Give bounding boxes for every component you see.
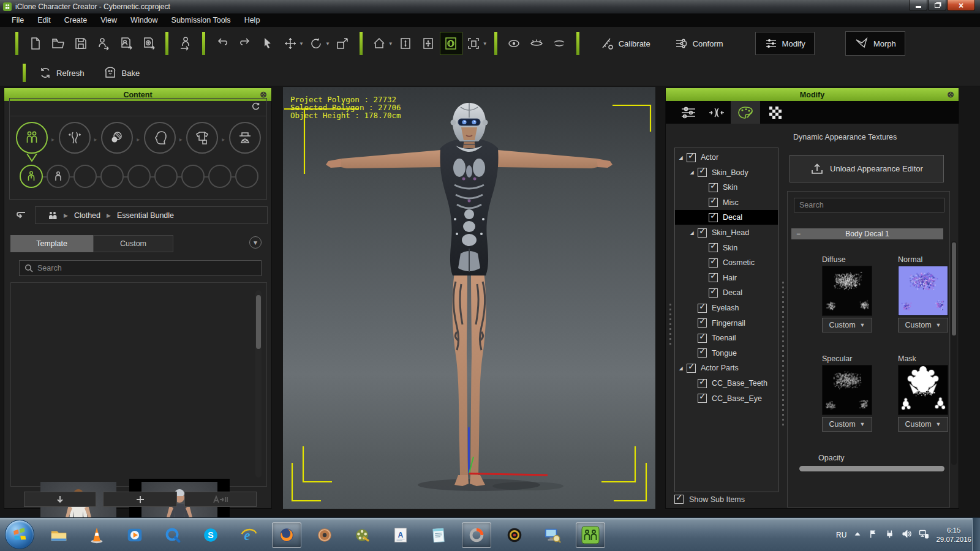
open-project-icon[interactable] [47, 32, 69, 55]
conform-button[interactable]: Conform [674, 36, 723, 51]
category-head-icon[interactable]: ▸ [144, 122, 176, 154]
export-character-icon[interactable] [92, 32, 115, 55]
new-project-icon[interactable] [24, 32, 47, 55]
volume-icon[interactable] [902, 529, 911, 541]
tab-material-checker-icon[interactable] [761, 101, 790, 124]
texture-search-field[interactable] [794, 198, 944, 212]
specular-texture-thumbnail[interactable] [822, 365, 872, 415]
tree-checkbox-checked[interactable] [687, 364, 696, 373]
tree-item-cosmetic[interactable]: Cosmetic [675, 255, 778, 270]
frame-object-dropdown-caret[interactable]: ▼ [483, 41, 488, 47]
pan-view-icon[interactable] [417, 32, 440, 55]
menu-edit[interactable]: Edit [31, 13, 58, 27]
tree-checkbox-checked[interactable] [698, 228, 707, 238]
tab-attribute-sliders-icon[interactable] [674, 101, 703, 124]
breadcrumb-back-button[interactable] [13, 208, 29, 223]
subcategory-base-avatar-icon[interactable] [47, 165, 70, 188]
breadcrumb-current[interactable]: Essential Bundle [117, 211, 174, 220]
category-body-morph-icon[interactable]: ▸ [59, 122, 91, 154]
tree-checkbox-checked[interactable] [698, 334, 707, 343]
tab-template[interactable]: Template [10, 235, 93, 252]
modify-scrollbar[interactable] [951, 241, 957, 465]
tab-custom[interactable]: Custom [93, 235, 173, 252]
tree-checkbox-checked[interactable] [709, 273, 718, 282]
tree-expander-icon[interactable]: ◢ [678, 155, 684, 160]
breadcrumb[interactable]: ▶ Clothed ▶ Essential Bundle [35, 206, 268, 224]
texture-search-input[interactable] [799, 201, 939, 209]
tree-item-cc-base-teeth[interactable]: CC_Base_Teeth [675, 376, 778, 391]
taskbar-app-vlc[interactable] [82, 522, 111, 548]
load-template-button[interactable] [24, 492, 96, 507]
modify-close-icon[interactable]: ⊗ [947, 89, 954, 99]
subcategory-empty-slot[interactable] [235, 165, 258, 188]
category-skin-icon[interactable]: ▸ [101, 122, 133, 154]
specular-source-dropdown[interactable]: Custom▼ [822, 417, 872, 432]
taskbar-app-quicktime[interactable] [158, 522, 187, 548]
tree-item-cc-base-eye[interactable]: CC_Base_Eye [675, 391, 778, 406]
tree-item-hair[interactable]: Hair [675, 271, 778, 285]
rotate-tool-icon[interactable] [305, 32, 328, 55]
taskbar-app-media-player[interactable] [120, 522, 149, 548]
collapse-chevron-icon[interactable]: ▼ [249, 236, 262, 249]
power-plug-icon[interactable] [885, 529, 894, 541]
close-button[interactable]: × [947, 0, 975, 11]
tree-item-skin-body[interactable]: ◢Skin_Body [675, 165, 778, 180]
tree-checkbox-checked[interactable] [698, 348, 707, 358]
menu-submission-tools[interactable]: Submission Tools [165, 13, 238, 27]
subcategory-empty-slot[interactable] [127, 165, 151, 188]
opacity-slider[interactable] [799, 466, 944, 471]
taskbar-clock[interactable]: 6:15 29.07.2016 [936, 526, 971, 544]
tree-checkbox-checked[interactable] [709, 288, 718, 298]
template-scrollbar[interactable] [255, 290, 262, 478]
minimize-button[interactable] [909, 0, 927, 11]
content-search-input[interactable] [37, 264, 256, 272]
tree-checkbox-checked[interactable] [709, 243, 718, 252]
show-sub-items-checkbox[interactable]: Show Sub Items [674, 495, 745, 504]
tree-item-fingernail[interactable]: Fingernail [675, 316, 778, 331]
subcategory-empty-slot[interactable] [154, 165, 178, 188]
category-refresh-icon[interactable] [251, 102, 260, 113]
tree-item-skin-head[interactable]: ◢Skin_Head [675, 225, 778, 240]
calibrate-button[interactable]: Calibrate [600, 36, 650, 51]
tree-expander-icon[interactable]: ◢ [689, 230, 695, 236]
taskbar-app-computer[interactable] [538, 522, 567, 548]
show-eye-icon[interactable] [503, 32, 526, 55]
action-center-flag-icon[interactable] [869, 529, 878, 541]
select-tool-icon[interactable] [256, 32, 279, 55]
diffuse-texture-thumbnail[interactable] [822, 266, 872, 316]
menu-create[interactable]: Create [58, 13, 94, 27]
eyebrow-display-icon[interactable] [548, 32, 571, 55]
tree-checkbox-checked[interactable] [698, 318, 707, 328]
panel-splitter-handle[interactable] [669, 304, 671, 345]
tree-checkbox-checked[interactable] [698, 304, 707, 313]
category-cloth-icon[interactable]: ▸ [186, 122, 218, 154]
content-search-field[interactable] [19, 260, 262, 276]
tree-checkbox-checked[interactable] [698, 394, 707, 403]
taskbar-app-word[interactable]: A [386, 522, 415, 548]
subcategory-empty-slot[interactable] [181, 165, 205, 188]
tree-item-misc[interactable]: Misc [675, 195, 778, 210]
export-content-icon[interactable] [137, 32, 160, 55]
home-view-dropdown-caret[interactable]: ▼ [388, 41, 393, 47]
diffuse-source-dropdown[interactable]: Custom▼ [822, 318, 872, 332]
category-accessory-icon[interactable] [229, 122, 261, 154]
tree-expander-icon[interactable]: ◢ [678, 365, 684, 371]
breadcrumb-root[interactable]: Clothed [74, 211, 100, 220]
taskbar-app-explorer[interactable] [44, 522, 74, 548]
taskbar-app-notepad[interactable] [424, 522, 453, 548]
start-button[interactable] [5, 520, 34, 549]
collapse-minus-icon[interactable]: − [796, 230, 801, 238]
refresh-button[interactable]: Refresh [39, 66, 85, 80]
subcategory-empty-slot[interactable] [208, 165, 232, 188]
tree-expander-icon[interactable]: ◢ [689, 170, 695, 175]
add-content-button[interactable] [103, 492, 177, 507]
export-avatar-icon[interactable] [115, 32, 137, 55]
show-desktop-button[interactable] [972, 518, 980, 551]
taskbar-app-film-tool[interactable] [348, 522, 377, 548]
taskbar-app-loop[interactable] [462, 522, 491, 548]
tree-checkbox-checked[interactable] [709, 258, 718, 268]
tree-item-skin[interactable]: Skin [675, 241, 778, 255]
tree-item-eyelash[interactable]: Eyelash [675, 301, 778, 315]
subcategory-empty-slot[interactable] [74, 165, 97, 188]
eyelash-display-icon[interactable] [526, 32, 548, 55]
